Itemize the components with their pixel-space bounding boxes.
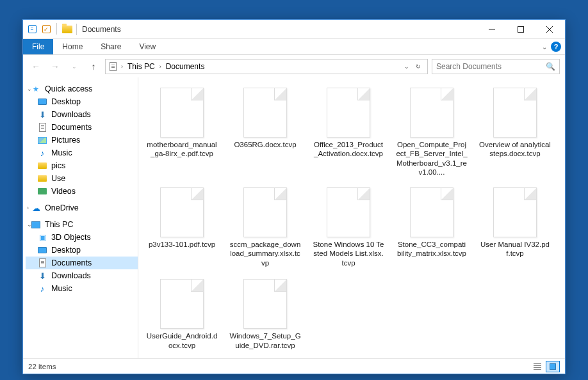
file-name-label: Stone_CC3_compatibility_matrix.xlsx.tcvp [396, 240, 468, 258]
file-name-label: Stone Windows 10 Tested Models List.xlsx… [313, 240, 384, 267]
file-item[interactable]: User Manual IV32.pdf.tcvp [477, 185, 553, 270]
svg-rect-1 [518, 26, 523, 32]
sidebar-item-desktop[interactable]: Desktop [26, 95, 138, 108]
file-name-label: O365RG.docx.tcvp [234, 140, 296, 149]
pc-icon [31, 219, 41, 230]
forward-button[interactable]: → [47, 59, 63, 74]
address-root-icon[interactable] [107, 59, 119, 74]
qat-properties-icon[interactable]: ≡ [26, 23, 38, 36]
help-button[interactable]: ? [551, 42, 561, 52]
pictures-icon [37, 135, 47, 145]
sidebar-item-use[interactable]: Use [26, 172, 138, 185]
address-history-dropdown[interactable]: ⌄ [402, 62, 412, 71]
sidebar-item-downloads[interactable]: ⬇Downloads [26, 108, 138, 121]
file-item[interactable]: Stone Windows 10 Tested Models List.xlsx… [310, 185, 387, 270]
music-icon: ♪ [37, 148, 47, 158]
sidebar-item-music[interactable]: ♪Music [26, 146, 138, 159]
file-name-label: Open_Compute_Project_FB_Server_Intel_Mot… [396, 140, 468, 176]
file-name-label: Overview of analytical steps.docx.tcvp [479, 140, 551, 159]
sidebar-onedrive[interactable]: › ☁ OneDrive [26, 202, 138, 214]
cloud-icon: ☁ [31, 203, 41, 213]
tab-share[interactable]: Share [92, 39, 130, 54]
separator [56, 23, 57, 35]
up-button[interactable]: ↑ [86, 59, 101, 74]
sidebar-item-documents[interactable]: Documents [26, 257, 138, 269]
videos-icon [37, 186, 47, 196]
titlebar: ≡ ✓ Documents [23, 20, 565, 39]
chevron-down-icon[interactable]: ⌄ [27, 221, 32, 228]
back-button[interactable]: ← [28, 59, 44, 74]
file-item[interactable]: Overview of analytical steps.docx.tcvp [477, 85, 553, 178]
file-icon [410, 187, 453, 237]
sidebar-item-documents[interactable]: Documents [26, 121, 138, 134]
desktop-icon [37, 245, 47, 255]
file-item[interactable]: Open_Compute_Project_FB_Server_Intel_Mot… [393, 85, 470, 178]
body: ⌄ ★ Quick access Desktop ⬇Downloads Docu… [23, 77, 565, 358]
file-icon [243, 279, 287, 329]
sidebar-item-label: Desktop [51, 246, 81, 255]
folder-icon [37, 161, 47, 171]
file-icon [410, 88, 453, 138]
file-item[interactable]: p3v133-101.pdf.tcvp [143, 185, 220, 270]
tab-view[interactable]: View [130, 39, 165, 54]
file-item[interactable]: Office_2013_Product_Activation.docx.tcvp [310, 85, 387, 178]
sidebar-item-label: Quick access [45, 84, 92, 93]
breadcrumb-this-pc[interactable]: This PC [125, 59, 158, 74]
sidebar-item-desktop[interactable]: Desktop [26, 244, 138, 257]
chevron-right-icon[interactable]: › [119, 63, 125, 70]
ribbon-expand-icon[interactable]: ⌄ [542, 44, 547, 51]
file-name-label: User Manual IV32.pdf.tcvp [479, 240, 551, 258]
refresh-button[interactable]: ↻ [413, 62, 423, 71]
breadcrumb-documents[interactable]: Documents [163, 59, 208, 74]
chevron-right-icon[interactable]: › [27, 205, 29, 211]
view-details-button[interactable] [530, 361, 544, 372]
search-icon[interactable]: 🔍 [546, 62, 555, 71]
maximize-button[interactable] [506, 20, 535, 38]
documents-icon [37, 122, 47, 132]
file-icon [160, 279, 204, 329]
file-item[interactable]: motherboard_manual_ga-8irx_e.pdf.tcvp [143, 85, 220, 178]
tab-home[interactable]: Home [53, 39, 92, 54]
view-large-icons-button[interactable] [546, 361, 560, 372]
file-icon [160, 88, 204, 138]
close-button[interactable] [535, 20, 564, 38]
sidebar-item-downloads[interactable]: ⬇Downloads [26, 269, 138, 282]
sidebar-item-videos[interactable]: Videos [26, 185, 138, 198]
explorer-window: ≡ ✓ Documents File Home Share View ⌄ ? ←… [22, 19, 566, 374]
file-icon [327, 88, 370, 138]
sidebar-item-music[interactable]: ♪Music [26, 282, 138, 295]
sidebar-item-label: 3D Objects [51, 233, 91, 242]
sidebar-item-pictures[interactable]: Pictures [26, 134, 138, 146]
file-name-label: UserGuide_Android.docx.tcvp [146, 331, 218, 350]
file-item[interactable]: sccm_package_download_summary.xlsx.tcvp [227, 185, 304, 270]
file-item[interactable]: O365RG.docx.tcvp [227, 85, 304, 178]
file-list[interactable]: motherboard_manual_ga-8irx_e.pdf.tcvpO36… [138, 77, 565, 358]
file-item[interactable]: UserGuide_Android.docx.tcvp [143, 276, 220, 352]
address-bar[interactable]: › This PC › Documents ⌄ ↻ [105, 59, 428, 74]
documents-icon [110, 62, 117, 71]
file-item[interactable]: Windows_7_Setup_Guide_DVD.rar.tcvp [227, 276, 304, 352]
qat-select-icon[interactable]: ✓ [40, 23, 53, 36]
sidebar-quick-access[interactable]: ⌄ ★ Quick access [26, 83, 138, 95]
sidebar-item-pics[interactable]: pics [26, 159, 138, 172]
file-icon [493, 88, 537, 138]
chevron-down-icon[interactable]: ⌄ [27, 86, 32, 92]
sidebar-this-pc[interactable]: ⌄ This PC [26, 218, 138, 231]
tab-file[interactable]: File [23, 39, 53, 54]
file-item[interactable]: Stone_CC3_compatibility_matrix.xlsx.tcvp [393, 185, 470, 270]
sidebar-item-label: pics [51, 161, 65, 170]
star-icon: ★ [31, 84, 41, 94]
chevron-right-icon[interactable]: › [158, 63, 163, 70]
sidebar-item-label: This PC [45, 220, 73, 229]
recent-dropdown[interactable]: ⌄ [67, 59, 82, 74]
sidebar-item-label: Downloads [51, 271, 91, 280]
sidebar-item-label: Documents [51, 123, 92, 132]
window-title: Documents [82, 25, 121, 34]
search-input[interactable] [436, 62, 546, 71]
navigation-pane[interactable]: ⌄ ★ Quick access Desktop ⬇Downloads Docu… [23, 77, 138, 358]
sidebar-item-label: Documents [51, 258, 92, 267]
sidebar-item-label: Music [51, 148, 72, 157]
minimize-button[interactable] [477, 20, 506, 38]
search-box[interactable]: 🔍 [432, 59, 560, 74]
sidebar-item-3d-objects[interactable]: ▣3D Objects [26, 231, 138, 244]
